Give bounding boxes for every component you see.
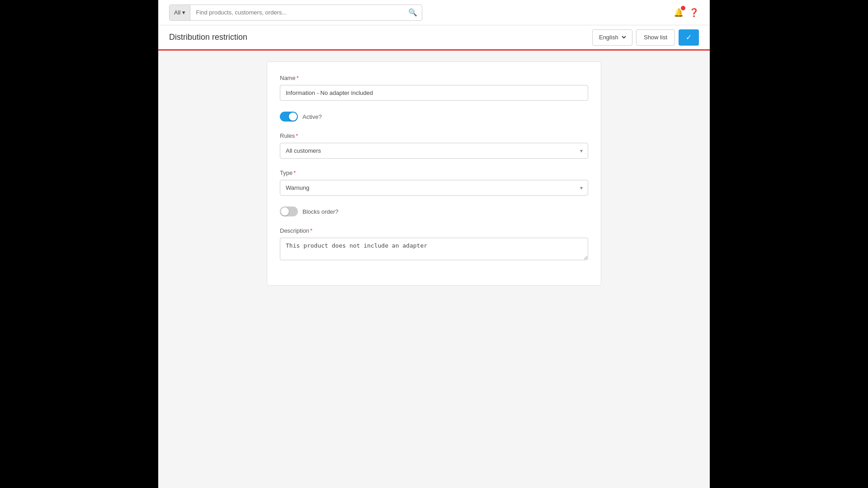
language-dropdown[interactable]: English German French Spanish [597, 33, 627, 41]
blocks-order-thumb [281, 207, 289, 216]
type-required-star: * [293, 169, 296, 176]
nav-right: 🔔 ❓ [674, 8, 699, 18]
help-icon: ❓ [689, 8, 699, 17]
description-group: Description* [280, 227, 588, 262]
help-button[interactable]: ❓ [689, 8, 699, 18]
active-toggle-row: Active? [280, 112, 588, 122]
type-select-wrapper: Warnung Error Info ▾ [280, 180, 588, 196]
toggle-thumb [289, 113, 297, 121]
active-toggle[interactable] [280, 112, 298, 122]
search-submit-button[interactable]: 🔍 [404, 8, 422, 17]
blocks-order-toggle[interactable] [280, 206, 298, 216]
search-all-button[interactable]: All ▾ [170, 5, 190, 20]
description-textarea[interactable] [280, 238, 588, 260]
blocks-order-label: Blocks order? [302, 208, 338, 215]
type-group: Type* Warnung Error Info ▾ [280, 169, 588, 196]
content-area: Name* Active? Rules* [158, 51, 710, 488]
rules-label: Rules* [280, 132, 588, 139]
name-label: Name* [280, 75, 588, 81]
notifications-button[interactable]: 🔔 [674, 8, 684, 18]
language-selector[interactable]: English German French Spanish [592, 29, 632, 46]
page-title: Distribution restriction [169, 33, 247, 42]
rules-required-star: * [296, 132, 298, 139]
rules-select[interactable]: All customers Specific customers Custome… [280, 143, 588, 159]
rules-select-wrapper: All customers Specific customers Custome… [280, 143, 588, 159]
form-card: Name* Active? Rules* [267, 61, 601, 286]
desc-required-star: * [310, 227, 312, 234]
name-group: Name* [280, 75, 588, 101]
active-label: Active? [302, 113, 322, 120]
notification-badge [681, 6, 685, 10]
search-input[interactable] [190, 9, 404, 16]
rules-group: Rules* All customers Specific customers … [280, 132, 588, 159]
top-nav: All ▾ 🔍 🔔 ❓ [158, 0, 710, 25]
save-button[interactable]: ✓ [679, 29, 699, 46]
checkmark-icon: ✓ [686, 33, 692, 42]
search-all-label: All [174, 9, 180, 16]
search-bar: All ▾ 🔍 [169, 5, 422, 21]
header-actions: English German French Spanish Show list … [592, 29, 699, 46]
blocks-order-toggle-row: Blocks order? [280, 206, 588, 216]
page-header: Distribution restriction English German … [158, 25, 710, 51]
show-list-button[interactable]: Show list [636, 29, 675, 46]
type-label: Type* [280, 169, 588, 176]
required-star: * [297, 75, 299, 81]
chevron-down-icon: ▾ [182, 9, 185, 16]
search-icon: 🔍 [408, 9, 417, 16]
type-select[interactable]: Warnung Error Info [280, 180, 588, 196]
name-input[interactable] [280, 85, 588, 101]
description-label: Description* [280, 227, 588, 234]
